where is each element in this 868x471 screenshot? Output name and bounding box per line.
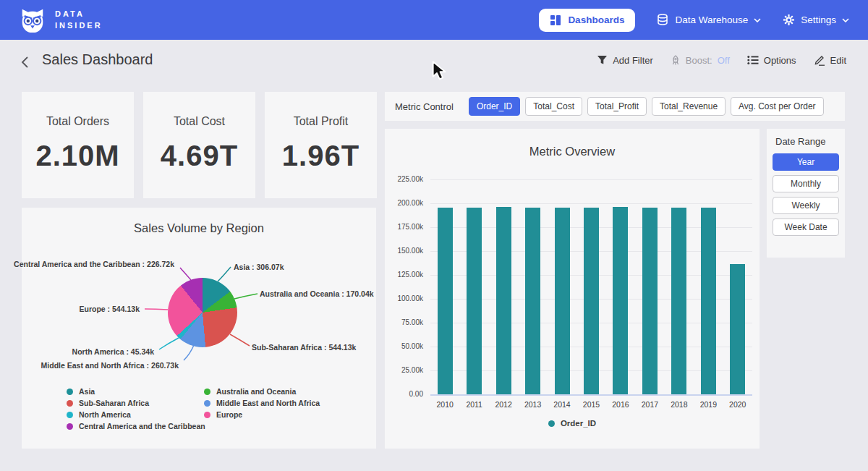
pie-legend-item[interactable]: Central America and the Caribbean [67,420,205,432]
y-tick-label: 0.00 [380,390,423,398]
back-chevron-icon [20,56,30,69]
bar[interactable] [555,208,570,394]
bar[interactable] [613,207,628,394]
bar-chart-title: Metric Overview [385,129,760,158]
date-range-label: Date Range [775,136,839,147]
chevron-down-icon [842,18,849,22]
pie-slice-label-north-america: North America : 45.34k [72,347,154,356]
legend-swatch [67,389,73,395]
legend-swatch [67,423,73,430]
bar[interactable] [467,208,482,394]
pie-chart[interactable] [168,278,237,347]
y-tick-label: 200.00k [380,199,423,207]
kpi-value: 1.96T [265,140,377,172]
bar[interactable] [701,208,716,394]
owl-logo-icon [19,7,46,34]
x-tick-label: 2015 [577,400,606,409]
x-tick-label: 2014 [548,400,576,409]
x-tick-label: 2016 [606,400,635,409]
legend-label: Central America and the Caribbean [79,422,205,430]
page-header: Sales Dashboard Add Filter Boost: Off [0,40,868,83]
pie-slice-label-middle-east-north-africa: Middle East and North Africa : 260.73k [41,361,179,370]
add-filter-button[interactable]: Add Filter [597,55,653,66]
pie-legend-item[interactable]: Middle East and North Africa [204,397,320,409]
x-tick-label: 2018 [665,400,694,409]
bar[interactable] [496,207,511,394]
metric-button-total-profit[interactable]: Total_Profit [587,97,647,116]
edit-button[interactable]: Edit [814,54,846,66]
date-range-weekly-button[interactable]: Weekly [773,197,839,214]
date-range-week-date-button[interactable]: Week Date [773,218,839,236]
pie-legend-item[interactable]: Asia [67,386,205,397]
options-label: Options [764,55,796,66]
y-tick-label: 125.00k [380,271,423,279]
kpi-value: 4.69T [143,140,255,172]
x-tick-label: 2012 [489,400,518,409]
pie-slice-label-central-america-caribbean: Central America and the Caribbean : 226.… [14,260,174,268]
nav-settings[interactable]: Settings [783,14,849,26]
nav-dashboards-button[interactable]: Dashboards [539,9,635,32]
bar-legend-swatch [548,420,555,427]
y-tick-label: 50.00k [380,342,423,350]
nav-data-warehouse[interactable]: Data Warehouse [657,14,761,26]
boost-state: Off [718,55,730,66]
y-tick-label: 175.00k [380,223,423,231]
bar[interactable] [584,208,599,394]
pie-legend-item[interactable]: North America [67,409,205,420]
x-tick-label: 2011 [460,400,489,409]
date-range-monthly-button[interactable]: Monthly [773,175,839,192]
pie-legend-item[interactable]: Sub-Saharan Africa [67,397,205,409]
metric-button-total-cost[interactable]: Total_Cost [525,97,582,116]
bar[interactable] [438,208,453,394]
back-button[interactable] [20,56,30,72]
pie-legend-item[interactable]: Australia and Oceania [204,386,320,397]
date-range-year-button[interactable]: Year [773,153,839,171]
kpi-label: Total Profit [265,115,377,128]
metric-button-order-id[interactable]: Order_ID [469,97,520,116]
legend-swatch [67,412,73,418]
brand-logo[interactable]: DATA INSIDER [19,7,103,34]
nav-dashboards-label: Dashboards [568,14,624,25]
legend-label: Sub-Saharan Africa [79,399,149,407]
dashboard-grid-icon [550,14,561,26]
metric-control-label: Metric Control [395,101,454,112]
kpi-card-total-profit: Total Profit 1.96T [265,92,377,198]
page-title: Sales Dashboard [42,51,153,68]
metric-control-bar: Metric Control Order_ID Total_Cost Total… [385,92,845,121]
metric-button-avg-cost-per-order[interactable]: Avg. Cost per Order [731,97,824,116]
options-button[interactable]: Options [747,55,796,66]
pie-slice-label-sub-saharan-africa: Sub-Saharan Africa : 544.13k [252,343,356,352]
pie-slice-label-australia-oceania: Australia and Oceania : 170.04k [260,289,374,298]
x-tick-label: 2010 [430,400,459,409]
bar[interactable] [671,208,686,394]
edit-label: Edit [830,55,846,66]
list-options-icon [747,55,759,65]
brand-name: DATA INSIDER [55,9,103,32]
legend-label: North America [79,410,131,419]
metric-button-total-revenue[interactable]: Total_Revenue [652,97,726,116]
database-icon [657,14,669,26]
bar[interactable] [525,208,540,394]
legend-swatch [204,412,210,418]
legend-label: Europe [216,410,242,419]
pie-chart-title: Sales Volume by Region [22,208,376,235]
pencil-edit-icon [814,54,825,66]
boost-toggle[interactable]: Boost: Off [671,55,730,66]
kpi-label: Total Orders [22,115,134,128]
y-tick-label: 100.00k [380,294,423,302]
nav-settings-label: Settings [801,14,836,25]
bar[interactable] [642,208,658,394]
legend-swatch [204,389,210,395]
bar[interactable] [730,264,745,394]
kpi-label: Total Cost [143,115,255,128]
pie-slice-label-asia: Asia : 306.07k [234,263,284,271]
bar-chart-legend[interactable]: Order_ID [385,419,760,428]
kpi-card-total-cost: Total Cost 4.69T [143,92,255,198]
date-range-panel: Date Range Year Monthly Weekly Week Date [767,129,845,258]
pie-legend-item[interactable]: Europe [204,409,320,420]
gridline [430,394,752,396]
y-tick-label: 150.00k [380,247,423,255]
header-toolbar: Add Filter Boost: Off Options [597,54,846,66]
pie-chart-card: Sales Volume by Region Asia : 306.07k Au… [22,208,376,449]
x-tick-label: 2020 [723,400,752,409]
